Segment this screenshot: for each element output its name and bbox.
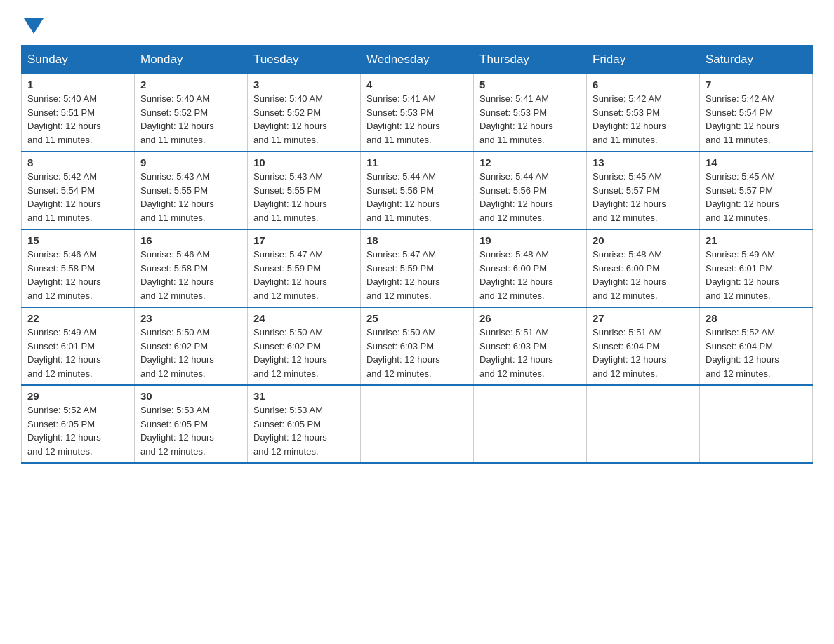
day-number: 14: [706, 156, 807, 168]
day-info: Sunrise: 5:40 AMSunset: 5:52 PMDaylight:…: [253, 92, 355, 147]
day-number: 6: [593, 79, 694, 90]
day-info: Sunrise: 5:42 AMSunset: 5:54 PMDaylight:…: [27, 170, 128, 224]
col-header-thursday: Thursday: [474, 46, 587, 74]
logo-triangle-icon: [24, 18, 44, 34]
day-number: 26: [479, 312, 581, 324]
day-info: Sunrise: 5:52 AMSunset: 6:04 PMDaylight:…: [706, 326, 807, 380]
calendar-cell: 17Sunrise: 5:47 AMSunset: 5:59 PMDayligh…: [248, 229, 361, 307]
day-info: Sunrise: 5:42 AMSunset: 5:53 PMDaylight:…: [593, 92, 694, 147]
day-info: Sunrise: 5:46 AMSunset: 5:58 PMDaylight:…: [140, 248, 241, 302]
day-number: 11: [366, 156, 468, 168]
calendar-cell: 13Sunrise: 5:45 AMSunset: 5:57 PMDayligh…: [587, 152, 700, 229]
day-info: Sunrise: 5:44 AMSunset: 5:56 PMDaylight:…: [366, 170, 468, 224]
day-number: 28: [706, 312, 807, 324]
day-number: 18: [366, 234, 468, 246]
calendar-week-row: 29Sunrise: 5:52 AMSunset: 6:05 PMDayligh…: [22, 385, 813, 463]
calendar-cell: 3Sunrise: 5:40 AMSunset: 5:52 PMDaylight…: [248, 74, 361, 152]
calendar-week-row: 22Sunrise: 5:49 AMSunset: 6:01 PMDayligh…: [22, 307, 813, 385]
day-info: Sunrise: 5:46 AMSunset: 5:58 PMDaylight:…: [27, 248, 128, 302]
day-number: 8: [27, 156, 128, 168]
day-info: Sunrise: 5:50 AMSunset: 6:02 PMDaylight:…: [253, 326, 355, 380]
calendar-cell: 4Sunrise: 5:41 AMSunset: 5:53 PMDaylight…: [361, 74, 474, 152]
calendar-cell: 18Sunrise: 5:47 AMSunset: 5:59 PMDayligh…: [361, 229, 474, 307]
day-number: 16: [140, 234, 241, 246]
calendar-cell: 5Sunrise: 5:41 AMSunset: 5:53 PMDaylight…: [474, 74, 587, 152]
calendar-cell: 30Sunrise: 5:53 AMSunset: 6:05 PMDayligh…: [135, 385, 248, 463]
day-number: 10: [253, 156, 355, 168]
col-header-friday: Friday: [587, 46, 700, 74]
calendar-cell: 19Sunrise: 5:48 AMSunset: 6:00 PMDayligh…: [474, 229, 587, 307]
calendar-cell: 16Sunrise: 5:46 AMSunset: 5:58 PMDayligh…: [135, 229, 248, 307]
day-info: Sunrise: 5:47 AMSunset: 5:59 PMDaylight:…: [366, 248, 468, 302]
day-info: Sunrise: 5:45 AMSunset: 5:57 PMDaylight:…: [593, 170, 694, 224]
calendar-cell: 8Sunrise: 5:42 AMSunset: 5:54 PMDaylight…: [22, 152, 135, 229]
calendar-cell: 20Sunrise: 5:48 AMSunset: 6:00 PMDayligh…: [587, 229, 700, 307]
day-info: Sunrise: 5:49 AMSunset: 6:01 PMDaylight:…: [27, 326, 128, 380]
calendar-cell: 25Sunrise: 5:50 AMSunset: 6:03 PMDayligh…: [361, 307, 474, 385]
day-info: Sunrise: 5:53 AMSunset: 6:05 PMDaylight:…: [253, 403, 355, 458]
day-info: Sunrise: 5:41 AMSunset: 5:53 PMDaylight:…: [479, 92, 581, 147]
day-info: Sunrise: 5:45 AMSunset: 5:57 PMDaylight:…: [706, 170, 807, 224]
calendar-cell: 1Sunrise: 5:40 AMSunset: 5:51 PMDaylight…: [22, 74, 135, 152]
calendar-cell: 12Sunrise: 5:44 AMSunset: 5:56 PMDayligh…: [474, 152, 587, 229]
day-number: 13: [593, 156, 694, 168]
day-info: Sunrise: 5:40 AMSunset: 5:51 PMDaylight:…: [27, 92, 128, 147]
day-info: Sunrise: 5:44 AMSunset: 5:56 PMDaylight:…: [479, 170, 581, 224]
calendar-cell: 10Sunrise: 5:43 AMSunset: 5:55 PMDayligh…: [248, 152, 361, 229]
calendar-table: SundayMondayTuesdayWednesdayThursdayFrid…: [21, 45, 813, 464]
calendar-header-row: SundayMondayTuesdayWednesdayThursdayFrid…: [22, 46, 813, 74]
calendar-cell: 15Sunrise: 5:46 AMSunset: 5:58 PMDayligh…: [22, 229, 135, 307]
calendar-cell: 24Sunrise: 5:50 AMSunset: 6:02 PMDayligh…: [248, 307, 361, 385]
calendar-cell: 31Sunrise: 5:53 AMSunset: 6:05 PMDayligh…: [248, 385, 361, 463]
col-header-monday: Monday: [135, 46, 248, 74]
day-info: Sunrise: 5:41 AMSunset: 5:53 PMDaylight:…: [366, 92, 468, 147]
day-number: 4: [366, 79, 468, 90]
calendar-cell: 23Sunrise: 5:50 AMSunset: 6:02 PMDayligh…: [135, 307, 248, 385]
day-info: Sunrise: 5:48 AMSunset: 6:00 PMDaylight:…: [479, 248, 581, 302]
day-number: 23: [140, 312, 241, 324]
day-info: Sunrise: 5:52 AMSunset: 6:05 PMDaylight:…: [27, 403, 128, 458]
day-info: Sunrise: 5:51 AMSunset: 6:03 PMDaylight:…: [479, 326, 581, 380]
day-info: Sunrise: 5:42 AMSunset: 5:54 PMDaylight:…: [706, 92, 807, 147]
calendar-cell: 28Sunrise: 5:52 AMSunset: 6:04 PMDayligh…: [700, 307, 813, 385]
col-header-tuesday: Tuesday: [248, 46, 361, 74]
day-number: 17: [253, 234, 355, 246]
day-info: Sunrise: 5:47 AMSunset: 5:59 PMDaylight:…: [253, 248, 355, 302]
day-number: 21: [706, 234, 807, 246]
calendar-cell: [474, 385, 587, 463]
calendar-cell: [587, 385, 700, 463]
day-info: Sunrise: 5:51 AMSunset: 6:04 PMDaylight:…: [593, 326, 694, 380]
day-info: Sunrise: 5:53 AMSunset: 6:05 PMDaylight:…: [140, 403, 241, 458]
logo: [21, 14, 44, 31]
col-header-wednesday: Wednesday: [361, 46, 474, 74]
calendar-cell: 29Sunrise: 5:52 AMSunset: 6:05 PMDayligh…: [22, 385, 135, 463]
day-info: Sunrise: 5:48 AMSunset: 6:00 PMDaylight:…: [593, 248, 694, 302]
day-info: Sunrise: 5:50 AMSunset: 6:02 PMDaylight:…: [140, 326, 241, 380]
col-header-sunday: Sunday: [22, 46, 135, 74]
calendar-cell: 21Sunrise: 5:49 AMSunset: 6:01 PMDayligh…: [700, 229, 813, 307]
day-number: 27: [593, 312, 694, 324]
day-number: 29: [27, 390, 128, 402]
day-number: 1: [27, 79, 128, 90]
day-number: 3: [253, 79, 355, 90]
calendar-week-row: 8Sunrise: 5:42 AMSunset: 5:54 PMDaylight…: [22, 152, 813, 229]
calendar-cell: 6Sunrise: 5:42 AMSunset: 5:53 PMDaylight…: [587, 74, 700, 152]
col-header-saturday: Saturday: [700, 46, 813, 74]
calendar-cell: 11Sunrise: 5:44 AMSunset: 5:56 PMDayligh…: [361, 152, 474, 229]
calendar-cell: 2Sunrise: 5:40 AMSunset: 5:52 PMDaylight…: [135, 74, 248, 152]
day-info: Sunrise: 5:40 AMSunset: 5:52 PMDaylight:…: [140, 92, 241, 147]
calendar-cell: 14Sunrise: 5:45 AMSunset: 5:57 PMDayligh…: [700, 152, 813, 229]
day-info: Sunrise: 5:50 AMSunset: 6:03 PMDaylight:…: [366, 326, 468, 380]
calendar-cell: 27Sunrise: 5:51 AMSunset: 6:04 PMDayligh…: [587, 307, 700, 385]
day-number: 15: [27, 234, 128, 246]
day-number: 24: [253, 312, 355, 324]
day-info: Sunrise: 5:43 AMSunset: 5:55 PMDaylight:…: [140, 170, 241, 224]
calendar-cell: 7Sunrise: 5:42 AMSunset: 5:54 PMDaylight…: [700, 74, 813, 152]
day-number: 31: [253, 390, 355, 402]
day-number: 30: [140, 390, 241, 402]
day-number: 9: [140, 156, 241, 168]
calendar-cell: 26Sunrise: 5:51 AMSunset: 6:03 PMDayligh…: [474, 307, 587, 385]
calendar-week-row: 1Sunrise: 5:40 AMSunset: 5:51 PMDaylight…: [22, 74, 813, 152]
day-info: Sunrise: 5:49 AMSunset: 6:01 PMDaylight:…: [706, 248, 807, 302]
calendar-cell: [361, 385, 474, 463]
